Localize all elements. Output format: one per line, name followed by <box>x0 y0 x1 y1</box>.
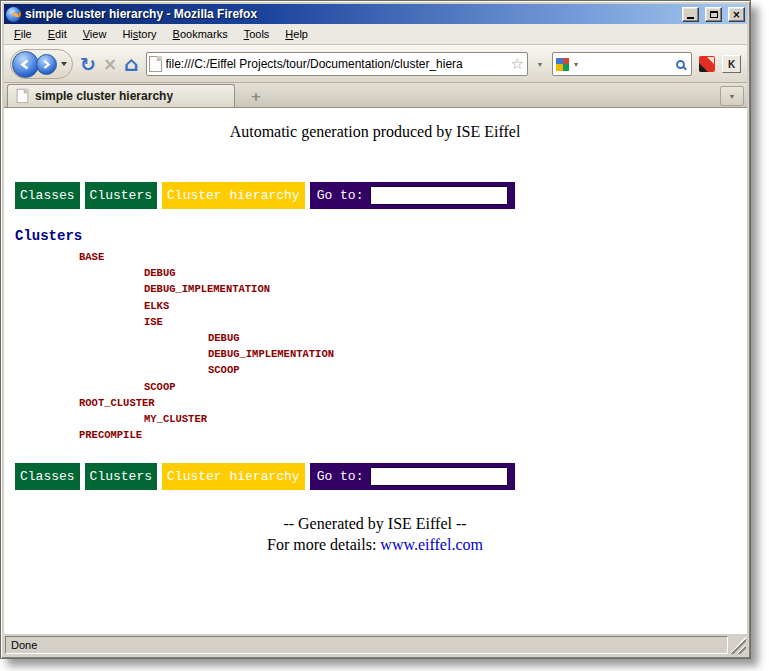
cluster-link-root_cluster[interactable]: ROOT_CLUSTER <box>15 395 735 411</box>
reload-button[interactable]: ↻ <box>80 55 96 74</box>
generation-header: Automatic generation produced by ISE Eif… <box>15 123 735 141</box>
clusters-heading: Clusters <box>15 228 735 244</box>
tab-simple-cluster-hierarchy[interactable]: simple cluster hierarchy <box>7 84 235 107</box>
history-nav-cluster <box>10 49 73 79</box>
search-magnifier-icon[interactable] <box>676 60 685 69</box>
goto-input[interactable] <box>370 467 508 486</box>
navigation-toolbar: ↻ × ⌂ ☆ ▾ ▾ K <box>4 45 747 83</box>
close-icon: × <box>732 9 740 20</box>
reload-icon: ↻ <box>80 53 96 75</box>
forward-arrow-icon <box>42 60 51 69</box>
cluster-link-debug_implementation[interactable]: DEBUG_IMPLEMENTATION <box>15 281 735 297</box>
maximize-icon <box>710 11 718 18</box>
classes-button[interactable]: Classes <box>15 463 80 490</box>
back-arrow-icon <box>20 59 31 70</box>
goto-box: Go to: <box>310 182 516 209</box>
minimize-button[interactable] <box>682 7 699 22</box>
back-button[interactable] <box>12 51 39 78</box>
menu-item-file[interactable]: File <box>6 25 40 43</box>
menu-item-view[interactable]: View <box>75 25 115 43</box>
firefox-logo-icon <box>6 7 21 22</box>
cluster-link-scoop[interactable]: SCOOP <box>15 362 735 378</box>
cluster-link-base[interactable]: BASE <box>15 249 735 265</box>
forward-button[interactable] <box>36 54 57 75</box>
menu-item-tools[interactable]: Tools <box>236 25 278 43</box>
cluster-link-my_cluster[interactable]: MY_CLUSTER <box>15 411 735 427</box>
cluster-link-ise[interactable]: ISE <box>15 314 735 330</box>
home-button[interactable]: ⌂ <box>124 54 138 74</box>
status-text: Done <box>11 639 37 651</box>
url-input[interactable] <box>166 57 507 71</box>
menubar: FileEditViewHistoryBookmarksToolsHelp <box>4 24 747 45</box>
cluster-hierarchy-button[interactable]: Cluster hierarchy <box>162 463 305 490</box>
cluster-link-scoop[interactable]: SCOOP <box>15 379 735 395</box>
new-tab-button[interactable]: + <box>245 89 267 104</box>
minimize-icon <box>687 17 694 19</box>
firefox-window: simple cluster hierarchy - Mozilla Firef… <box>0 0 751 659</box>
url-bar: ☆ <box>146 52 528 76</box>
list-all-tabs-icon: ▾ <box>727 92 737 101</box>
cluster-tree: BASEDEBUGDEBUG_IMPLEMENTATIONELKSISEDEBU… <box>15 249 735 443</box>
menu-item-bookmarks[interactable]: Bookmarks <box>165 25 236 43</box>
resize-grip[interactable] <box>730 636 746 654</box>
goto-input[interactable] <box>370 186 508 205</box>
google-engine-icon[interactable] <box>556 58 569 71</box>
details-line: For more details: www.eiffel.com <box>15 536 735 554</box>
list-all-tabs-button[interactable]: ▾ <box>720 86 744 106</box>
menu-item-help[interactable]: Help <box>277 25 316 43</box>
goto-label: Go to: <box>317 469 364 484</box>
cluster-link-elks[interactable]: ELKS <box>15 298 735 314</box>
search-bar: ▾ <box>552 52 692 76</box>
tab-label: simple cluster hierarchy <box>35 89 173 103</box>
clusters-button[interactable]: Clusters <box>85 182 157 209</box>
bookmark-star-icon[interactable]: ☆ <box>511 55 524 73</box>
page-footer: -- Generated by ISE Eiffel -- For more d… <box>15 515 735 554</box>
tab-bar: simple cluster hierarchy + ▾ <box>4 83 747 108</box>
clusters-button[interactable]: Clusters <box>85 463 157 490</box>
tab-favicon-icon <box>17 89 29 103</box>
goto-box: Go to: <box>310 463 516 490</box>
cluster-link-debug_implementation[interactable]: DEBUG_IMPLEMENTATION <box>15 346 735 362</box>
page-content: Automatic generation produced by ISE Eif… <box>4 108 747 633</box>
goto-label: Go to: <box>317 188 364 203</box>
classes-button[interactable]: Classes <box>15 182 80 209</box>
cluster-link-precompile[interactable]: PRECOMPILE <box>15 427 735 443</box>
eiffel-link[interactable]: www.eiffel.com <box>380 536 483 553</box>
maximize-button[interactable] <box>705 7 722 22</box>
status-panel: Done <box>5 636 728 654</box>
cluster-hierarchy-button[interactable]: Cluster hierarchy <box>162 182 305 209</box>
menu-item-edit[interactable]: Edit <box>40 25 75 43</box>
page-favicon-icon <box>149 56 162 72</box>
menu-item-history[interactable]: History <box>114 25 164 43</box>
doc-navbar-top: Classes Clusters Cluster hierarchy Go to… <box>15 182 735 209</box>
stop-icon: × <box>103 54 117 74</box>
url-history-dropdown-button[interactable]: ▾ <box>535 60 545 69</box>
stop-button[interactable]: × <box>103 56 117 73</box>
recent-history-dropdown-icon[interactable] <box>61 62 67 66</box>
google-icon-green <box>563 64 570 71</box>
cluster-link-debug[interactable]: DEBUG <box>15 330 735 346</box>
search-input[interactable] <box>583 56 674 72</box>
titlebar[interactable]: simple cluster hierarchy - Mozilla Firef… <box>4 4 747 24</box>
window-title: simple cluster hierarchy - Mozilla Firef… <box>25 7 676 21</box>
details-prefix: For more details: <box>267 536 380 553</box>
search-engine-dropdown-icon[interactable]: ▾ <box>571 60 581 69</box>
home-icon: ⌂ <box>124 52 138 76</box>
kaspersky-icon[interactable] <box>699 56 715 72</box>
kaspersky-toolbar-button[interactable]: K <box>722 55 741 73</box>
cluster-link-debug[interactable]: DEBUG <box>15 265 735 281</box>
close-button[interactable]: × <box>728 7 745 22</box>
doc-navbar-bottom: Classes Clusters Cluster hierarchy Go to… <box>15 463 735 490</box>
generated-by-line: -- Generated by ISE Eiffel -- <box>15 515 735 533</box>
status-bar: Done <box>4 633 747 655</box>
